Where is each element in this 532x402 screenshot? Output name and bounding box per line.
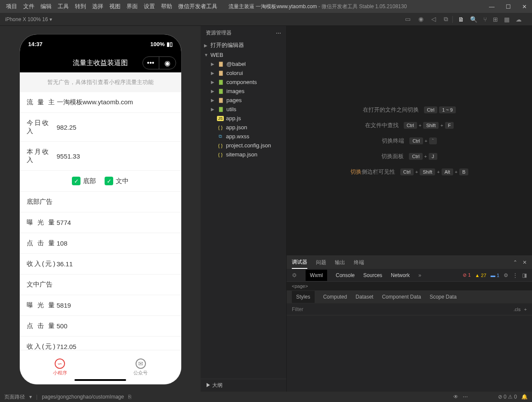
copy-icon[interactable]: ⎘ <box>128 394 131 400</box>
cloud-icon[interactable]: ☁ <box>516 16 522 23</box>
data-row: 曝 光 量5819 <box>20 295 181 316</box>
cell-label: 今日收入 <box>27 119 57 135</box>
check-icon: ✓ <box>105 177 113 185</box>
capsule-close-button[interactable]: ◉ <box>159 57 176 69</box>
more-icon[interactable]: ⋯ <box>463 394 468 400</box>
devtools-tab[interactable]: 问题 <box>316 259 326 266</box>
cell-value: 982.25 <box>57 124 77 131</box>
data-row: 本月收入9551.33 <box>20 142 181 171</box>
problems-count[interactable]: ⊘ 0 ⚠ 0 <box>498 394 517 400</box>
folder-icon: ▇ <box>217 97 224 103</box>
more-tabs-icon[interactable]: » <box>418 272 421 278</box>
checkbox-option[interactable]: ✓底部 <box>72 177 96 185</box>
gear-icon[interactable]: ⚙ <box>504 272 508 278</box>
error-badge[interactable]: ⊘ 1 <box>463 272 470 278</box>
cell-label: 流 量 主 <box>27 98 57 106</box>
capsule-menu-button[interactable]: ••• <box>143 57 159 69</box>
tree-opened-editors[interactable]: ▶打开的编辑器 <box>201 40 286 50</box>
devtools-subtab[interactable]: Sources <box>363 272 382 278</box>
devtools-tab[interactable]: 调试器 <box>292 259 307 269</box>
close-icon[interactable]: ✕ <box>523 259 527 265</box>
wxml-content[interactable]: <page> <box>287 282 532 290</box>
chevron-up-icon[interactable]: ⌃ <box>513 259 517 265</box>
cell-value: 5774 <box>57 219 71 226</box>
new-style-button[interactable]: + <box>524 307 527 312</box>
file-icon: { } <box>217 125 224 130</box>
menu-item[interactable]: 工具 <box>55 1 71 12</box>
devtools-subtab[interactable]: Wxml <box>306 270 327 281</box>
tree-folder[interactable]: ▶▇@babel <box>201 59 286 69</box>
tree-folder[interactable]: ▶▇utils <box>201 105 286 114</box>
file-tree: ▶打开的编辑器 ▼WEB ▶▇@babel▶▇colorui▶▇componen… <box>201 40 286 379</box>
menu-item[interactable]: 选择 <box>90 1 106 12</box>
menu-item[interactable]: 文件 <box>21 1 37 12</box>
data-row: 今日收入982.25 <box>20 113 181 142</box>
search-icon[interactable]: 🔍 <box>470 16 477 23</box>
statusbar: 页面路径 ▾ | pages/gongzhonghao/customImage … <box>0 392 532 402</box>
menu-item[interactable]: 微信开发者工具 <box>176 1 220 12</box>
tree-folder[interactable]: ▶▇colorui <box>201 69 286 78</box>
tree-file[interactable]: ⧉app.wxss <box>201 132 286 141</box>
tree-file[interactable]: { }app.json <box>201 123 286 132</box>
inspect-icon[interactable]: ⯐ <box>292 272 297 278</box>
extensions-icon[interactable]: ⊞ <box>493 16 498 23</box>
menu-item[interactable]: 转到 <box>72 1 89 12</box>
menu-item[interactable]: 界面 <box>124 1 140 12</box>
more-icon[interactable]: ⋯ <box>276 30 281 36</box>
key: B <box>459 168 468 175</box>
branch-icon[interactable]: ⑂ <box>483 16 487 23</box>
tree-file[interactable]: { }sitemap.json <box>201 150 286 159</box>
style-tab[interactable]: Computed <box>323 294 347 300</box>
devtools-tab[interactable]: 输出 <box>335 259 345 266</box>
maximize-button[interactable]: ☐ <box>504 3 513 11</box>
explorer-icon[interactable]: 🗎 <box>458 16 464 23</box>
device-selector[interactable]: iPhone X 100% 16▾ <box>5 16 52 22</box>
devtools-subtab[interactable]: Console <box>336 272 355 278</box>
menu-item[interactable]: 设置 <box>141 1 158 12</box>
cls-toggle[interactable]: .cls <box>513 307 521 312</box>
info-badge[interactable]: ▬ 1 <box>491 273 499 278</box>
key: F <box>445 122 454 129</box>
device-icon[interactable]: ▭ <box>405 16 411 23</box>
devtools-tab[interactable]: 终端 <box>354 259 364 266</box>
bell-icon[interactable]: 🔔 <box>521 394 528 400</box>
broadcast-icon[interactable]: ◁ <box>431 16 436 23</box>
minimize-button[interactable]: — <box>487 3 496 11</box>
tree-file[interactable]: JSapp.js <box>201 114 286 123</box>
tree-folder[interactable]: ▶▇pages <box>201 96 286 105</box>
kebab-icon[interactable]: ⋮ <box>513 272 518 278</box>
warning-badge[interactable]: ▲ 27 <box>475 273 486 278</box>
style-tab[interactable]: Styles <box>292 291 315 303</box>
chevron-down-icon[interactable]: ▾ <box>29 394 32 400</box>
style-tab[interactable]: Component Data <box>382 294 421 300</box>
tree-folder[interactable]: ▶▇images <box>201 87 286 96</box>
menu-item[interactable]: 视图 <box>107 1 123 12</box>
outline-section[interactable]: ▶ 大纲 <box>201 379 286 392</box>
dock-icon[interactable]: ◨ <box>522 272 527 278</box>
key: 1 ~ 9 <box>439 106 456 113</box>
devtools-subtab[interactable]: Network <box>391 272 410 278</box>
battery-icon: ▮▯ <box>167 41 173 47</box>
tree-folder[interactable]: ▶▇components <box>201 78 286 87</box>
close-button[interactable]: ✕ <box>520 3 529 11</box>
menu-item[interactable]: 帮助 <box>158 1 175 12</box>
style-tab[interactable]: Scope Data <box>430 294 457 300</box>
debug-icon[interactable]: ▦ <box>504 16 510 23</box>
menu-item[interactable]: 编辑 <box>38 1 54 12</box>
ad-notice: 暂无广告，具体指引查看小程序流量主功能 <box>20 72 181 92</box>
menu-item[interactable]: 项目 <box>3 1 20 12</box>
devtools-tabs: 调试器问题输出终端 ⌃ ✕ <box>287 256 532 269</box>
file-icon: { } <box>217 143 224 148</box>
style-tab[interactable]: Dataset <box>356 294 373 300</box>
page-path[interactable]: pages/gongzhonghao/customImage <box>42 394 124 400</box>
record-icon[interactable]: ◉ <box>418 16 424 23</box>
cell-label: 本月收入 <box>27 148 57 164</box>
tree-root[interactable]: ▼WEB <box>201 50 286 59</box>
checkbox-option[interactable]: ✓文中 <box>105 177 129 185</box>
data-row: 流 量 主一淘模板www.ytaomb.com <box>20 92 181 113</box>
detach-icon[interactable]: ⧉ <box>444 16 448 23</box>
tree-file[interactable]: { }project.config.json <box>201 141 286 150</box>
style-filter-input[interactable] <box>292 306 513 312</box>
eye-icon[interactable]: 👁 <box>453 394 458 400</box>
cell-value: 9551.33 <box>57 153 80 160</box>
